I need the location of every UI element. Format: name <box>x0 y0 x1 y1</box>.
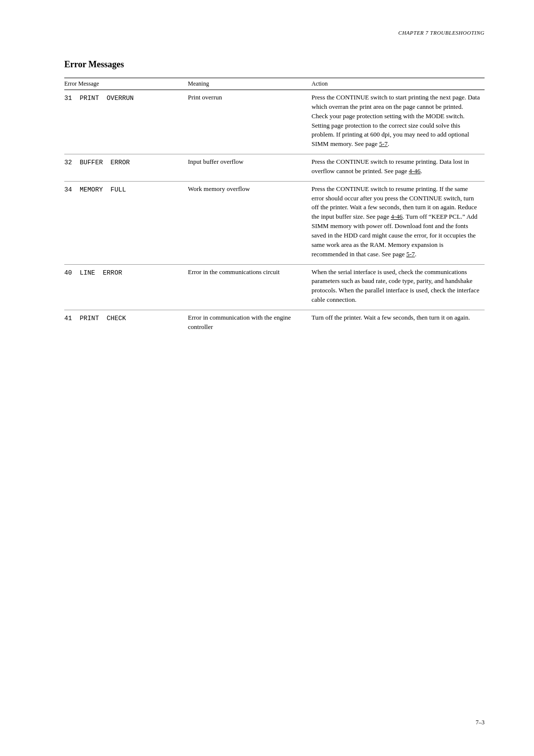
col-header-meaning: Meaning <box>188 78 312 90</box>
action-32: Press the CONTINUE switch to resume prin… <box>312 154 485 182</box>
table-row: 34 MEMORY FULL Work memory overflow Pres… <box>64 181 485 264</box>
error-code-40: 40 LINE ERROR <box>64 264 188 310</box>
link-4-46-row3[interactable]: 4-46 <box>391 213 402 220</box>
error-code-31: 31 PRINT OVERRUN <box>64 90 188 154</box>
action-31: Press the CONTINUE switch to start print… <box>312 90 485 154</box>
action-41: Turn off the printer. Wait a few seconds… <box>312 310 485 336</box>
link-5-7-row3[interactable]: 5-7 <box>406 250 415 258</box>
meaning-40: Error in the communications circuit <box>188 264 312 310</box>
meaning-32: Input buffer overflow <box>188 154 312 182</box>
col-header-error-message: Error Message <box>64 78 188 90</box>
link-4-46-row2[interactable]: 4-46 <box>409 167 421 175</box>
table-row: 32 BUFFER ERROR Input buffer overflow Pr… <box>64 154 485 182</box>
error-code-41: 41 PRINT CHECK <box>64 310 188 336</box>
error-code-32: 32 BUFFER ERROR <box>64 154 188 182</box>
meaning-41: Error in communication with the engine c… <box>188 310 312 336</box>
table-row: 41 PRINT CHECK Error in communication wi… <box>64 310 485 336</box>
meaning-34: Work memory overflow <box>188 181 312 264</box>
chapter-header: CHAPTER 7 TROUBLESHOOTING <box>399 30 485 36</box>
error-code-34: 34 MEMORY FULL <box>64 181 188 264</box>
table-row: 40 LINE ERROR Error in the communication… <box>64 264 485 310</box>
section-title: Error Messages <box>64 59 485 70</box>
table-row: 31 PRINT OVERRUN Print overrun Press the… <box>64 90 485 154</box>
meaning-31: Print overrun <box>188 90 312 154</box>
error-messages-table: Error Message Meaning Action 31 PRINT OV… <box>64 78 485 337</box>
action-34: Press the CONTINUE switch to resume prin… <box>312 181 485 264</box>
table-header-row: Error Message Meaning Action <box>64 78 485 90</box>
page: CHAPTER 7 TROUBLESHOOTING Error Messages… <box>0 0 534 756</box>
col-header-action: Action <box>312 78 485 90</box>
link-5-7-row1[interactable]: 5-7 <box>379 140 388 147</box>
action-40: When the serial interface is used, check… <box>312 264 485 310</box>
page-number: 7–3 <box>476 719 485 726</box>
